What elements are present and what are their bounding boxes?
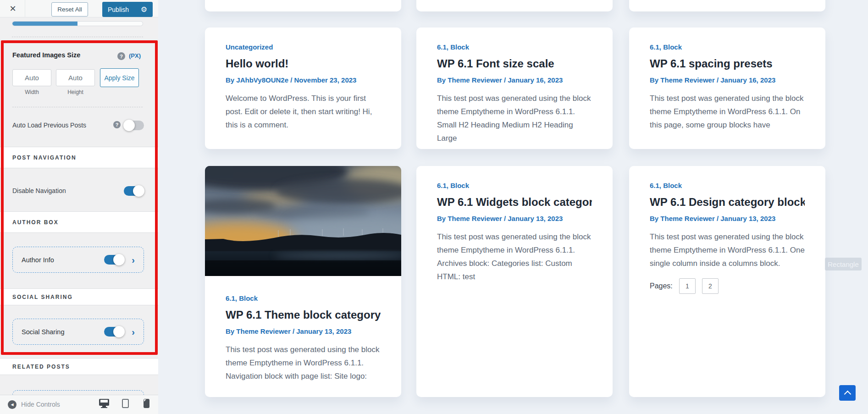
post-card: Uncategorized Hello world! By JAhbVy8OUN… [205,28,401,149]
post-card: 6.1, Block WP 6.1 Design category blocks… [629,166,825,397]
featured-images-size-title: Featured Images Size [12,51,80,59]
section-header-label: RELATED POSTS [12,364,70,370]
post-meta[interactable]: By Theme Reviewer / January 16, 2023 [437,76,592,84]
apply-size-button[interactable]: Apply Size [100,68,139,87]
customizer-app: ✕ Reset All Publish ⚙ Featured Images Si… [0,0,868,414]
auto-load-toggle[interactable] [124,121,144,130]
section-header-post-navigation: POST NAVIGATION [0,147,158,168]
post-category-link[interactable]: 6.1, Block [650,182,805,189]
post-title-link[interactable]: WP 6.1 Theme block category [226,309,381,321]
post-meta[interactable]: By Theme Reviewer / January 13, 2023 [650,215,805,222]
post-meta[interactable]: By Theme Reviewer / January 13, 2023 [437,215,592,222]
featured-image[interactable] [205,166,401,276]
post-category-link[interactable]: Uncategorized [226,43,381,51]
toggle-knob [133,185,144,197]
mobile-preview-icon[interactable] [144,399,149,408]
post-excerpt: This test post was generated using the b… [437,230,592,283]
post-category-link[interactable]: 6.1, Block [650,43,805,51]
post-card: 6.1, Block WP 6.1 Widgets block category… [416,166,613,397]
toggle-knob [123,120,135,131]
post-excerpt: This test post was generated using the b… [437,92,592,145]
height-input[interactable] [56,69,95,86]
section-header-label: SOCIAL SHARING [12,294,73,300]
pagination: Pages: 1 2 [650,278,805,294]
dashed-divider [12,107,143,107]
tablet-fold [123,400,126,403]
help-icon[interactable]: ? [117,52,125,60]
page-number-button[interactable]: 2 [702,278,719,294]
chevron-up-icon [844,391,851,398]
scroll-to-top-button[interactable] [839,385,856,401]
disable-navigation-toggle[interactable] [124,186,144,196]
collapse-arrow-icon[interactable]: ◀ [8,400,17,409]
desktop-preview-icon[interactable] [99,399,109,406]
gear-icon[interactable]: ⚙ [141,6,147,13]
help-icon[interactable]: ? [113,121,121,128]
annotation-highlight-rectangle [1,40,158,355]
social-sharing-label: Social Sharing [22,328,65,336]
publish-button-label: Publish [108,6,129,13]
toggle-knob [113,326,125,337]
post-category-link[interactable]: 6.1, Block [437,43,592,51]
author-info-toggle[interactable] [104,255,124,265]
post-title-link[interactable]: WP 6.1 Font size scale [437,57,592,70]
height-label: Height [56,89,95,95]
pages-label: Pages: [650,282,673,290]
post-category-link[interactable]: 6.1, Block [437,182,592,189]
post-title-link[interactable]: WP 6.1 spacing presets [650,57,805,70]
monitor-base [101,407,107,408]
px-unit-label: (PX) [129,52,141,59]
close-icon[interactable]: ✕ [5,3,21,15]
monitor-screen [100,400,108,403]
post-meta[interactable]: By Theme Reviewer / January 16, 2023 [650,76,805,84]
post-excerpt: This test post was generated using the b… [226,343,381,383]
disable-navigation-label: Disable Navigation [12,187,66,194]
reset-all-button[interactable]: Reset All [51,2,88,17]
width-label: Width [12,89,51,95]
post-title-link[interactable]: Hello world! [226,57,381,70]
section-header-related-posts: RELATED POSTS [0,358,158,375]
post-card: 6.1, Block WP 6.1 Font size scale By The… [416,28,613,149]
post-excerpt: Welcome to WordPress. This is your first… [226,92,381,132]
chevron-right-icon[interactable]: › [132,255,135,265]
author-info-label: Author Info [22,256,54,264]
section-progress-fill [12,22,77,26]
post-title-link[interactable]: WP 6.1 Design category blocks [650,196,805,209]
post-card: 6.1, Block WP 6.1 Theme block category B… [205,166,401,397]
post-excerpt: This test post was generated using the b… [650,230,805,270]
post-card-partial [629,0,825,11]
toggle-knob [113,254,125,265]
settings-sidebar: ✕ Reset All Publish ⚙ Featured Images Si… [0,0,158,414]
dashed-divider [12,37,143,37]
sidebar-footer: ◀ Hide Controls [0,395,158,414]
post-title-link[interactable]: WP 6.1 Widgets block category [437,196,592,209]
width-input[interactable] [12,69,51,86]
social-sharing-card[interactable]: Social Sharing › [12,319,144,345]
topbar-divider [25,0,25,17]
post-excerpt: This test post was generated using the b… [650,92,805,132]
auto-load-label: Auto Load Previous Posts [12,121,86,129]
sidebar-topbar: ✕ Reset All Publish ⚙ [0,0,158,17]
section-header-author-box: AUTHOR BOX [0,211,158,233]
post-meta[interactable]: By JAhbVy8OUN2e / November 23, 2023 [226,76,381,84]
chevron-right-icon[interactable]: › [132,327,135,337]
post-category-link[interactable]: 6.1, Block [226,294,381,302]
publish-button[interactable]: Publish ⚙ [102,2,153,17]
post-meta[interactable]: By Theme Reviewer / January 13, 2023 [226,327,381,335]
rectangle-annotation-badge: Rectangle [825,258,862,270]
section-progress-bar [12,21,143,26]
post-card-partial [416,0,613,11]
tablet-preview-icon[interactable] [122,399,129,408]
hide-controls-label[interactable]: Hide Controls [21,401,60,408]
author-info-card[interactable]: Author Info › [12,247,144,273]
post-card: 6.1, Block WP 6.1 spacing presets By The… [629,28,825,149]
section-header-label: POST NAVIGATION [12,155,77,161]
phone-fold [144,399,146,402]
page-number-button[interactable]: 1 [679,278,696,294]
section-header-social-sharing: SOCIAL SHARING [0,288,158,305]
post-card-partial [205,0,401,11]
section-header-label: AUTHOR BOX [12,219,59,226]
social-sharing-toggle[interactable] [104,327,124,337]
